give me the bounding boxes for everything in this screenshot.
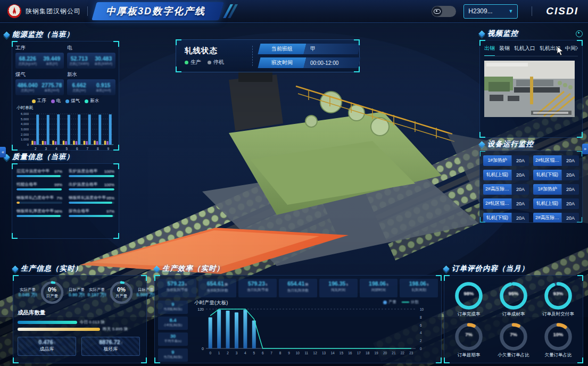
camera-target-icon[interactable] bbox=[576, 30, 583, 37]
svg-text:0: 0 bbox=[209, 351, 211, 355]
svg-text:4: 4 bbox=[244, 351, 246, 355]
plan-select-dropdown[interactable]: H2309... ▼ bbox=[463, 4, 518, 19]
target-value: 0.90 万t bbox=[67, 292, 87, 298]
svg-text:6: 6 bbox=[76, 147, 78, 151]
corner-bracket bbox=[577, 357, 583, 363]
shift-chip: 班次时间 bbox=[258, 57, 307, 68]
side-stat-0: 9当班轧制(块) bbox=[158, 301, 188, 314]
company-logo-icon bbox=[7, 4, 21, 18]
stat-value: 198.06s bbox=[360, 280, 398, 287]
svg-text:4: 4 bbox=[55, 147, 57, 151]
diamond-icon bbox=[3, 31, 10, 38]
orders-panel: 订单评价内容（当月） 98%订单完成率95%订单成材率93%订单及时交付率 7%… bbox=[444, 264, 583, 363]
quality-item-0: 层流冷温度命中率97% bbox=[16, 168, 62, 177]
energy-unit: 总耗(万kWh) bbox=[67, 62, 92, 65]
production-gauge-1: 实际产量0.197 万t0%月产量目标产量5.000 万t bbox=[87, 280, 156, 305]
quality-value: 100% bbox=[104, 182, 114, 187]
store-box-0: 0.476t成品库 bbox=[18, 337, 76, 356]
video-tab-4[interactable]: 中间冷 bbox=[565, 45, 578, 54]
svg-text:0: 0 bbox=[420, 347, 422, 351]
energy-panel: 能源监控（当班） 工序68.226总耗(kgce/t)39.449单耗(t/t)… bbox=[4, 30, 119, 151]
side-stat-value: 9 bbox=[158, 350, 188, 355]
side-stat-label: 平均节奏(s) bbox=[158, 339, 188, 344]
efficiency-stat-3: 654.41块当日轧制块数 bbox=[279, 279, 317, 297]
equipment-label: 轧机(下辊) bbox=[533, 170, 561, 180]
stat-label: 当日轧制节奏 bbox=[238, 287, 277, 293]
side-stat-value: 30 bbox=[158, 334, 188, 339]
equipment-label: 1#加热炉 bbox=[533, 184, 561, 195]
corner-bracket bbox=[479, 151, 485, 156]
equipment-list: 1#加热炉20A2#轧区辊…20A轧机(上辊)20A轧机(下辊)20A2#高压除… bbox=[483, 155, 579, 223]
svg-text:19: 19 bbox=[375, 351, 379, 355]
right-collapse-handle[interactable]: » bbox=[582, 144, 588, 154]
target-label: 目标产量 bbox=[136, 287, 156, 293]
equipment-label: 2#轧区辊… bbox=[483, 198, 511, 209]
line-status-legend: 生产停机 bbox=[185, 59, 246, 66]
equipment-value: 20A bbox=[511, 170, 529, 180]
corner-bracket bbox=[154, 357, 160, 363]
svg-text:23: 23 bbox=[409, 351, 413, 355]
inventory-bar-label: 昨天 5.895 块 bbox=[103, 326, 128, 332]
legend-dot bbox=[51, 99, 55, 103]
left-collapse-handle[interactable]: « bbox=[0, 147, 6, 157]
video-tab-2[interactable]: 轧机入口 bbox=[514, 45, 535, 54]
panel-title: 订单评价内容（当月） bbox=[452, 264, 529, 273]
video-tab-3[interactable]: 轧机出口 bbox=[540, 45, 561, 54]
visibility-toggle[interactable] bbox=[432, 6, 456, 17]
corner-bracket bbox=[113, 163, 119, 169]
corner-bracket bbox=[444, 275, 450, 281]
svg-text:5,000: 5,000 bbox=[21, 118, 29, 121]
stat-label: 当班轧制节奏 bbox=[158, 287, 196, 293]
inventory-bar-label: 今日 0.013 块 bbox=[80, 319, 105, 325]
inventory-bar-1: 昨天 5.895 块 bbox=[18, 326, 142, 332]
energy-group-2: 煤气486.040总耗(m³)2775.78单耗(m³/t) bbox=[15, 71, 64, 95]
stat-value: 654.61块 bbox=[198, 280, 237, 287]
stat-value: 196.35s bbox=[319, 280, 358, 287]
equipment-cell-7: 轧机(上辊)20A bbox=[533, 198, 579, 209]
quality-item-7: 探伤合格率97% bbox=[69, 208, 114, 217]
diamond-icon bbox=[443, 265, 450, 272]
store-box-1: 8876.72t板坯库 bbox=[81, 337, 140, 356]
efficiency-stat-6: 198.06s轧制周期 bbox=[400, 279, 438, 297]
shift-row-0: 当前班组甲 bbox=[258, 44, 361, 54]
svg-text:4: 4 bbox=[420, 331, 422, 335]
stat-label: 纯轧时间 bbox=[319, 287, 358, 293]
svg-text:3: 3 bbox=[236, 351, 238, 355]
quality-item-1: 装炉温度合格率100% bbox=[69, 168, 114, 177]
legend-dot bbox=[85, 99, 88, 103]
gauge-name: 日产量 bbox=[39, 294, 65, 299]
equipment-cell-9: 2#高压除…20A bbox=[533, 213, 579, 223]
legend-item: 电 bbox=[51, 98, 61, 104]
quality-value: 97% bbox=[106, 209, 114, 214]
energy-group-3: 新水6.662总耗(m³)0.915单耗(m³/t) bbox=[67, 71, 115, 95]
energy-legend: 工序电煤气新水 bbox=[15, 98, 115, 104]
shift-value: 甲 bbox=[304, 44, 361, 54]
efficiency-stats: 579.23s当班轧制节奏654.61块当班轧制块数579.23s当日轧制节奏6… bbox=[158, 279, 438, 297]
svg-text:18: 18 bbox=[366, 351, 370, 355]
quality-value: 99% bbox=[54, 182, 62, 187]
video-tab-0[interactable]: 出钢 bbox=[484, 45, 495, 56]
app-title: 中厚板3D数字化产线 bbox=[106, 5, 205, 18]
equipment-label: 轧机(上辊) bbox=[483, 170, 511, 180]
actual-label: 实际产量 bbox=[18, 287, 38, 293]
equipment-cell-3: 轧机(下辊)20A bbox=[533, 170, 579, 180]
corner-bracket bbox=[176, 66, 181, 72]
stat-label: 当班轧制块数 bbox=[198, 288, 237, 293]
donut-label: 订单超期率 bbox=[446, 352, 491, 359]
svg-text:8: 8 bbox=[97, 147, 99, 151]
camera-feed[interactable] bbox=[484, 61, 575, 117]
equipment-panel: 设备运行监控 1#加热炉20A2#轧区辊…20A轧机(上辊)20A轧机(下辊)2… bbox=[479, 139, 583, 223]
donut-label: 订单成材率 bbox=[491, 311, 536, 318]
gauge-name: 月产量 bbox=[109, 294, 134, 299]
line-status-panel: 轧线状态 生产停机 当前班组甲班次时间00:00-12:00 bbox=[176, 39, 360, 72]
efficiency-stat-0: 579.23s当班轧制节奏 bbox=[158, 279, 196, 297]
inventory-bar-fill bbox=[18, 328, 100, 331]
corner-bracket bbox=[577, 132, 583, 138]
video-tab-1[interactable]: 装钢 bbox=[499, 45, 510, 54]
quality-bar-fill bbox=[69, 215, 113, 217]
equipment-value: 20A bbox=[511, 198, 529, 209]
quality-bar-fill bbox=[16, 175, 61, 177]
stat-value: 579.23s bbox=[238, 280, 277, 287]
svg-text:9: 9 bbox=[107, 147, 109, 151]
quality-label: 钢板终轧厚度命中率 bbox=[16, 208, 54, 214]
